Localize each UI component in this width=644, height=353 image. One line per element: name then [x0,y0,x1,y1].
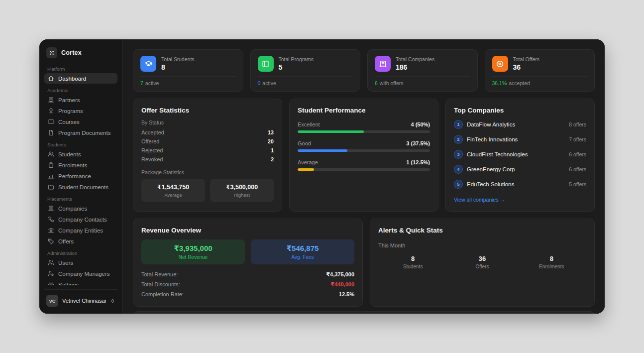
bank-icon [48,227,54,234]
sidebar-item-courses[interactable]: Courses [44,117,117,127]
revenue-overview-card: Revenue Overview ₹3,935,000 Net Revenue … [133,219,363,307]
sidebar-item-enrolments[interactable]: Enrolments [44,160,117,170]
sidebar-item-settings[interactable]: Settings [44,279,117,285]
stat-label: Total Programs [279,56,314,62]
status-row: Offered 20 [141,137,274,146]
student-performance-card: Student Performance Excellent 4 (50%) Go… [289,99,438,212]
company-row[interactable]: 5 EduTech Solutions 5 offers [454,180,586,189]
sidebar-item-label: Users [58,260,73,266]
revenue-row: Total Discounts: ₹440,000 [141,279,354,289]
user-menu[interactable]: VC Vetrivel Chinnasamy [44,289,117,308]
revenue-row: Completion Rate: 12.5% [141,289,354,299]
home-icon [48,75,54,82]
sidebar-item-label: Partners [58,97,80,103]
sidebar-item-label: Companies [58,206,87,212]
nav-section-students: Students [47,142,114,147]
sidebar-item-offers[interactable]: Offers [44,236,117,246]
sidebar-item-performance[interactable]: Performance [44,171,117,181]
nav-section-placements: Placements [47,196,114,202]
quick-stat-enrolments: 8 Enrolments [517,255,586,269]
performance-row: Average 1 (12.5%) [298,159,430,171]
bar-chart-icon [48,173,54,179]
company-row[interactable]: 2 FinTech Innovations 7 offers [454,135,586,144]
stat-footnote-value: 0 [258,80,261,86]
users-icon [48,151,54,157]
sidebar-item-company-contacts[interactable]: Company Contacts [44,214,117,225]
nav-section-platform: Platform [47,66,114,72]
stat-value: 8 [161,63,195,71]
quick-stat-students: 8 Students [378,255,447,269]
avg-fees-box: ₹546,875 Avg. Fees [251,239,354,264]
progress-fill [298,149,347,152]
by-status-label: By Status [141,119,274,125]
stat-value: 36 [513,63,540,71]
stat-footnote-text: active [262,80,276,86]
sidebar-item-dashboard[interactable]: Dashboard [44,73,117,84]
nav-section-academic: Academic [47,88,114,93]
sidebar-item-students[interactable]: Students [44,149,117,159]
chevron-up-down-icon[interactable] [110,298,115,304]
student-icon [140,56,156,72]
card-title: Alerts & Quick Stats [378,227,586,234]
sidebar-item-partners[interactable]: Partners [44,95,117,105]
rank-badge: 2 [454,135,463,144]
divider [140,76,236,77]
divider [258,76,353,77]
stat-footnote-value: 6 [375,80,378,86]
status-row: Rejected 1 [141,146,274,155]
status-row: Accepted 13 [141,128,274,137]
sidebar-item-label: Dashboard [58,76,86,82]
stats-row: Total Students 8 7 active Total Program [133,49,595,92]
company-row[interactable]: 1 DataFlow Analytics 8 offers [454,120,586,129]
period-label: This Month [378,242,586,248]
sidebar-item-label: Student Documents [58,184,108,190]
sidebar-item-label: Company Contacts [58,217,107,223]
view-all-companies-link[interactable]: View all companies → [454,197,505,203]
package-statistics-label: Package Statistics [141,169,274,175]
stat-footnote-value: 7 [140,80,143,86]
next-section-card-partial [133,311,595,314]
rank-badge: 1 [454,120,463,129]
alerts-quick-stats-card: Alerts & Quick Stats This Month 8 Studen… [370,219,595,307]
sidebar-item-label: Company Managers [58,271,110,277]
sidebar-item-label: Courses [58,119,80,125]
rank-badge: 5 [454,180,463,189]
sidebar: Cortex Platform Dashboard Academic Partn… [39,39,123,314]
performance-row: Good 3 (37.5%) [298,140,430,152]
users-icon [48,259,54,266]
building-icon [48,205,54,212]
progress-track [298,168,430,171]
quick-stat-offers: 36 Offers [447,255,517,269]
sidebar-item-label: Company Entities [58,228,103,234]
sidebar-item-program-documents[interactable]: Program Documents [44,127,117,138]
company-row[interactable]: 4 GreenEnergy Corp 6 offers [454,165,586,174]
card-title: Offer Statistics [141,107,274,114]
bottom-row: Revenue Overview ₹3,935,000 Net Revenue … [133,219,595,304]
stat-label: Total Students [161,56,195,62]
tag-icon [48,238,54,244]
sidebar-item-company-entities[interactable]: Company Entities [44,225,117,235]
app-name: Cortex [61,49,82,56]
sidebar-nav: Platform Dashboard Academic Partners Pro… [44,62,117,285]
stat-card-total-companies: Total Companies 186 6 with offers [367,49,478,92]
card-title: Revenue Overview [141,227,354,234]
app-window: Cortex Platform Dashboard Academic Partn… [39,39,605,314]
sidebar-item-student-documents[interactable]: Student Documents [44,182,117,192]
company-row[interactable]: 3 CloudFirst Technologies 6 offers [454,150,586,159]
sidebar-item-label: Offers [58,238,74,244]
sidebar-item-programs[interactable]: Programs [44,106,117,116]
sidebar-item-company-managers[interactable]: Company Managers [44,268,117,279]
sidebar-item-label: Program Documents [58,130,110,136]
offer-statistics-card: Offer Statistics By Status Accepted 13 O… [133,99,282,212]
rank-badge: 4 [454,165,463,174]
building-icon [48,97,54,103]
stat-card-total-students: Total Students 8 7 active [133,49,243,92]
avatar: VC [46,295,58,307]
stat-card-total-programs: Total Programs 5 0 active [250,49,361,92]
top-companies-card: Top Companies 1 DataFlow Analytics 8 off… [445,99,595,212]
revenue-row: Total Revenue: ₹4,375,000 [141,269,354,279]
rank-badge: 3 [454,150,463,159]
package-average-box: ₹1,543,750 Average [141,179,205,202]
sidebar-item-companies[interactable]: Companies [44,203,117,214]
sidebar-item-users[interactable]: Users [44,257,117,268]
